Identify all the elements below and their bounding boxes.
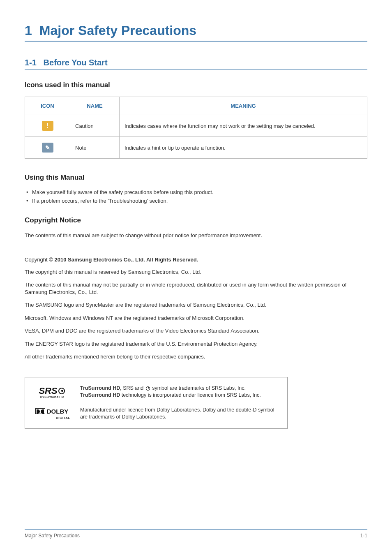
srs-row: SRS TruSurround HD TruSurround HD, SRS a… [33, 385, 279, 399]
srs-t1c: symbol are trademarks of SRS Labs, Inc. [151, 385, 246, 391]
copyright-para: The SAMSUNG logo and SyncMaster are the … [25, 301, 367, 309]
col-meaning: MEANING [120, 97, 367, 115]
srs-brand: SRS [39, 386, 57, 396]
icon-name: Note [70, 137, 120, 159]
srs-circle-icon [58, 388, 65, 394]
srs-logo: SRS TruSurround HD [33, 386, 70, 398]
chapter-title: 1Major Safety Precautions [25, 23, 367, 42]
col-icon: ICON [25, 97, 70, 115]
copyright-para: Microsoft, Windows and Windows NT are th… [25, 314, 367, 322]
footer-right: 1-1 [360, 533, 367, 539]
section-title: 1-1 Before You Start [25, 58, 367, 69]
icon-name: Caution [70, 115, 120, 137]
section-number: 1-1 [25, 58, 37, 67]
page-footer: Major Safety Precautions 1-1 [25, 529, 367, 539]
copyright-line: Copyright © 2010 Samsung Electronics Co.… [25, 257, 367, 263]
copyright-intro: The contents of this manual are subject … [25, 232, 367, 239]
dolby-text: Manufactured under licence from Dolby La… [80, 407, 279, 421]
list-item: Make yourself fully aware of the safety … [25, 189, 367, 195]
dolby-row: DOLBY DIGITAL Manufactured under licence… [33, 407, 279, 421]
table-row: ! Caution Indicates cases where the func… [25, 115, 367, 137]
icons-table: ICON NAME MEANING ! Caution Indicates ca… [25, 97, 367, 159]
caution-icon: ! [42, 121, 53, 131]
using-manual-heading: Using this Manual [25, 173, 367, 182]
trademark-box: SRS TruSurround HD TruSurround HD, SRS a… [25, 377, 288, 429]
srs-t2b: technology is incorporated under licence… [120, 392, 261, 398]
list-item: If a problem occurs, refer to the 'Troub… [25, 198, 367, 204]
icon-meaning: Indicates a hint or tip to operate a fun… [120, 137, 367, 159]
copyright-para: All other trademarks mentioned herein be… [25, 353, 367, 361]
dolby-brand: DOLBY [47, 408, 69, 415]
copyright-para: VESA, DPM and DDC are the registered tra… [25, 327, 367, 335]
icons-heading: Icons used in this manual [25, 81, 367, 89]
copyright-para: The copyright of this manual is reserved… [25, 268, 367, 276]
srs-bold1: TruSurround HD, [80, 385, 122, 391]
srs-text: TruSurround HD, SRS and symbol are trade… [80, 385, 261, 399]
copyright-heading: Copyright Notice [25, 216, 367, 224]
table-row: ✎ Note Indicates a hint or tip to operat… [25, 137, 367, 159]
section-title-text: Before You Start [44, 58, 108, 67]
dolby-sub: DIGITAL [33, 416, 70, 420]
chapter-number: 1 [25, 23, 32, 38]
srs-t1b: SRS and [122, 385, 145, 391]
dolby-logo: DOLBY DIGITAL [33, 408, 70, 420]
copyright-prefix: Copyright © [25, 257, 54, 263]
using-manual-list: Make yourself fully aware of the safety … [25, 189, 367, 204]
copyright-para: The ENERGY STAR logo is the registered t… [25, 340, 367, 348]
note-icon: ✎ [42, 143, 53, 153]
srs-bold2: TruSurround HD [80, 392, 120, 398]
footer-left: Major Safety Precautions [25, 533, 80, 539]
chapter-title-text: Major Safety Precautions [39, 23, 196, 38]
copyright-bold: 2010 Samsung Electronics Co., Ltd. All R… [54, 257, 198, 263]
copyright-para: The contents of this manual may not be p… [25, 281, 367, 296]
col-name: NAME [70, 97, 120, 115]
icon-meaning: Indicates cases where the function may n… [120, 115, 367, 137]
srs-symbol-icon [146, 386, 150, 391]
dolby-dd-icon [35, 408, 45, 414]
